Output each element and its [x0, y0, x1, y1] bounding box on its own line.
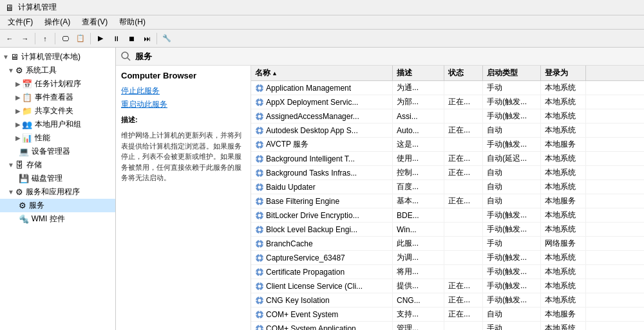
cell-startup: 手动(触发... [483, 208, 541, 222]
sidebar-item-task-scheduler[interactable]: ▶ 📅 任务计划程序 [0, 77, 115, 91]
cell-status [444, 109, 483, 123]
sidebar-item-local-users[interactable]: ▶ 👥 本地用户和组 [0, 118, 115, 131]
sidebar-item-device-manager[interactable]: 💻 设备管理器 [0, 145, 115, 158]
table-row[interactable]: AppX Deployment Servic...为部...正在...手动(触发… [251, 95, 644, 109]
sidebar-item-services[interactable]: ⚙ 服务 [0, 199, 115, 212]
menu-item[interactable]: 操作(A) [39, 15, 75, 29]
service-gear-icon [255, 282, 264, 291]
sidebar-item-storage[interactable]: ▼ 🗄 存储 [0, 158, 115, 172]
svg-rect-18 [256, 116, 257, 117]
cell-desc: 为调... [393, 251, 444, 264]
svg-rect-19 [262, 116, 263, 117]
sidebar-item-shared-folders[interactable]: ▶ 📁 共享文件夹 [0, 104, 115, 118]
col-desc[interactable]: 描述 [393, 66, 444, 80]
svg-rect-37 [262, 158, 263, 160]
svg-rect-22 [259, 127, 260, 128]
svg-rect-60 [256, 215, 257, 216]
svg-rect-64 [259, 226, 260, 227]
svg-rect-65 [259, 232, 260, 234]
cell-name: AVCTP 服务 [251, 138, 393, 151]
sidebar: ▼ 🖥 计算机管理(本地) ▼ ⚙ 系统工具 ▶ 📅 任务计划程序 ▶ 📋 事件… [0, 48, 116, 330]
svg-point-69 [258, 242, 261, 245]
stop-service-link[interactable]: 停止此服务 [121, 86, 245, 96]
col-startup[interactable]: 启动类型 [483, 66, 541, 80]
svg-rect-90 [256, 286, 257, 287]
menu-item[interactable]: 查看(V) [77, 15, 113, 29]
table-row[interactable]: Block Level Backup Engi...Win...手动(触发...… [251, 223, 644, 237]
cell-status [444, 237, 483, 250]
cell-desc: BDE... [393, 208, 444, 222]
content-header: 服务 [116, 48, 644, 66]
stop-button[interactable]: ⏹ [124, 32, 138, 46]
table-row[interactable]: Autodesk Desktop App S...Auto...正在...自动本… [251, 124, 644, 138]
cell-login: 本地系统 [541, 95, 586, 109]
cell-desc: 控制... [393, 166, 444, 179]
table-row[interactable]: AVCTP 服务这是...手动(触发...本地服务 [251, 138, 644, 152]
cell-startup: 手动(触发... [483, 293, 541, 307]
sidebar-item-performance[interactable]: ▶ 📊 性能 [0, 131, 115, 145]
service-gear-icon [255, 324, 264, 331]
table-row[interactable]: Background Tasks Infras...控制...正在...自动本地… [251, 166, 644, 180]
play-button[interactable]: ▶ [93, 32, 108, 46]
svg-rect-46 [259, 183, 260, 185]
table-row[interactable]: COM+ System Application管理...手动本地系统 [251, 322, 644, 330]
col-login[interactable]: 登录为 [541, 66, 586, 80]
cell-startup: 手动 [483, 237, 541, 250]
table-row[interactable]: Application Management为通...手动本地系统 [251, 81, 644, 95]
table-row[interactable]: COM+ Event System支持...正在...自动本地服务 [251, 307, 644, 322]
table-row[interactable]: Background Intelligent T...使用...正在...自动(… [251, 152, 644, 166]
table-row[interactable]: Certificate Propagation将用...手动(触发...本地系统 [251, 265, 644, 279]
sidebar-item-services-apps[interactable]: ▼ ⚙ 服务和应用程序 [0, 185, 115, 199]
sidebar-label: 磁盘管理 [32, 173, 62, 184]
sidebar-item-wmi[interactable]: 🔩 WMI 控件 [0, 212, 115, 226]
sidebar-item-event-viewer[interactable]: ▶ 📋 事件查看器 [0, 91, 115, 104]
back-button[interactable]: ← [3, 32, 17, 46]
menu-item[interactable]: 帮助(H) [114, 15, 151, 29]
cell-desc: 使用... [393, 152, 444, 165]
up-button[interactable]: ↑ [38, 32, 52, 46]
sidebar-item-disk-mgmt[interactable]: 💾 磁盘管理 [0, 172, 115, 185]
restart-button[interactable]: ⏭ [140, 32, 154, 46]
cell-name: Application Management [251, 81, 393, 95]
cell-login: 网络服务 [541, 237, 586, 250]
view-button[interactable]: 📋 [73, 32, 88, 46]
toolbar: ← → ↑ 🖵 📋 ▶ ⏸ ⏹ ⏭ 🔧 [0, 30, 644, 48]
table-row[interactable]: Baidu Updater百度...自动本地系统 [251, 180, 644, 194]
cell-desc: 这是... [393, 138, 444, 151]
cell-desc: Auto... [393, 124, 444, 137]
cell-desc: 管理... [393, 322, 444, 330]
svg-line-1 [128, 58, 130, 60]
col-name[interactable]: 名称 ▲ [251, 66, 393, 80]
sidebar-label: 性能 [35, 133, 50, 143]
table-row[interactable]: Base Filtering Engine基本...正在...自动本地服务 [251, 194, 644, 208]
svg-rect-88 [259, 282, 260, 284]
table-row[interactable]: AssignedAccessManager...Assi...手动(触发...本… [251, 109, 644, 124]
table-row[interactable]: Client License Service (Cli...提供...正在...… [251, 279, 644, 293]
forward-button[interactable]: → [18, 32, 32, 46]
pause-button[interactable]: ⏸ [109, 32, 123, 46]
restart-service-link[interactable]: 重启动此服务 [121, 99, 245, 110]
menu-item[interactable]: 文件(F) [3, 15, 38, 29]
table-row[interactable]: CNG Key IsolationCNG...正在...手动(触发...本地系统 [251, 293, 644, 307]
svg-point-0 [122, 52, 128, 59]
svg-rect-106 [259, 325, 260, 326]
svg-point-15 [258, 115, 261, 118]
svg-rect-96 [256, 300, 257, 301]
svg-rect-54 [256, 201, 257, 202]
table-row[interactable]: CaptureService_63487为调...手动(触发...本地系统 [251, 251, 644, 265]
table-row[interactable]: BitLocker Drive Encryptio...BDE...手动(触发.… [251, 208, 644, 223]
sidebar-label: WMI 控件 [32, 214, 65, 225]
cell-desc: 为通... [393, 81, 444, 95]
svg-rect-82 [259, 268, 260, 270]
col-status[interactable]: 状态 [444, 66, 483, 80]
sidebar-item-system-tools[interactable]: ▼ ⚙ 系统工具 [0, 64, 115, 77]
svg-rect-103 [262, 314, 263, 315]
sidebar-item-root[interactable]: ▼ 🖥 计算机管理(本地) [0, 50, 115, 64]
properties-button[interactable]: 🔧 [160, 32, 174, 46]
storage-icon: 🗄 [15, 160, 24, 170]
table-row[interactable]: BranchCache此服...手动网络服务 [251, 237, 644, 251]
show-hide-button[interactable]: 🖵 [58, 32, 72, 46]
service-icon: ⚙ [19, 201, 26, 210]
svg-point-57 [258, 214, 261, 217]
svg-rect-89 [259, 289, 260, 290]
